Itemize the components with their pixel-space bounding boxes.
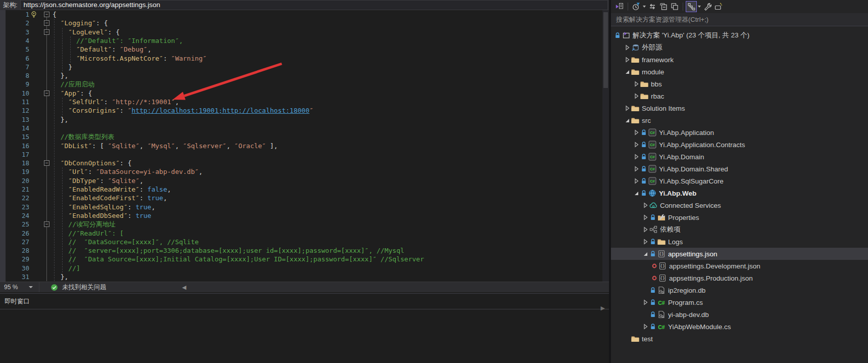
editor-line[interactable]: 19 ″Url″: ″DataSource=yi-abp-dev.db″, [0, 167, 606, 176]
tree-item-yi.abp.application[interactable]: C#Yi.Abp.Application [611, 126, 868, 139]
scroll-left-button[interactable]: ◀ [182, 284, 186, 291]
tree-item-connected-services[interactable]: Connected Services [611, 199, 868, 211]
tree-item-rbac[interactable]: rbac [611, 90, 868, 102]
collapse-arrow-icon[interactable] [632, 153, 640, 161]
vertical-scrollbar[interactable] [602, 10, 609, 282]
tree-item-yi.abp.sqlsugarcore[interactable]: C#Yi.Abp.SqlSugarCore [611, 175, 868, 187]
collapse-arrow-icon[interactable] [641, 213, 649, 221]
editor-line[interactable]: 14 [0, 124, 606, 132]
scroll-right-button[interactable]: ▶ [601, 305, 605, 311]
vertical-scrollbar-thumb[interactable] [603, 12, 608, 88]
editor-line[interactable]: 24 ″EnabledDbSeed″: true [0, 211, 606, 220]
quick-actions-lightbulb-icon[interactable] [30, 11, 38, 19]
editor-line[interactable]: 7 } [0, 63, 606, 71]
editor-line[interactable]: 29 // ″Data Source=[xxxx];Initial Catalo… [0, 255, 606, 263]
editor-line[interactable]: 16 ″DbList″: [ ″Sqlite″, ″Mysql″, ″Sqlse… [0, 142, 606, 150]
collapse-arrow-icon[interactable] [632, 92, 640, 100]
tree-item-solution-items[interactable]: Solution Items [611, 102, 868, 114]
editor-line[interactable]: 28 // ″server=[xxxx];port=3306;database=… [0, 246, 606, 255]
editor-line[interactable]: 31 }, [0, 273, 606, 281]
chevron-down-icon[interactable] [697, 1, 702, 12]
editor-line[interactable]: 25 //读写分离地址 [0, 220, 606, 229]
tree-item-program.cs[interactable]: C#Program.cs [611, 296, 868, 308]
fold-toggle[interactable]: − [44, 221, 49, 227]
tree-item-依赖项[interactable]: 依赖项 [611, 223, 868, 236]
properties-button[interactable] [702, 1, 713, 12]
tree-item-yiabpwebmodule.cs[interactable]: C#YiAbpWebModule.cs [611, 321, 868, 333]
expand-arrow-icon[interactable] [623, 116, 631, 124]
zoom-level-select[interactable]: 95 % [0, 282, 39, 292]
editor-line[interactable]: 9 //应用启动 [0, 80, 606, 88]
fold-toggle[interactable]: − [44, 160, 49, 166]
fold-toggle[interactable]: − [44, 12, 49, 17]
collapse-arrow-icon[interactable] [641, 298, 649, 306]
tree-item-appsettings.development.json[interactable]: {}appsettings.Development.json [611, 260, 868, 272]
tree-item-src[interactable]: src [611, 114, 868, 126]
editor-line[interactable]: 2 ″Logging″: { [0, 19, 606, 27]
tree-item-test[interactable]: test [611, 333, 868, 345]
tree-item-properties[interactable]: Properties [611, 211, 868, 223]
editor-line[interactable]: 1{ [0, 10, 606, 19]
fold-toggle[interactable]: − [44, 29, 49, 35]
tree-item-yi.abp.domain[interactable]: C#Yi.Abp.Domain [611, 151, 868, 163]
expand-arrow-icon[interactable] [641, 250, 649, 258]
editor-line[interactable]: 11 ″SelfUrl″: ″http://*:19001″, [0, 98, 606, 106]
tree-item-logs[interactable]: Logs [611, 236, 868, 248]
preview-selected-items-button[interactable] [713, 1, 724, 12]
pending-changes-filter-button[interactable] [631, 1, 642, 12]
collapse-arrow-icon[interactable] [632, 165, 640, 173]
tree-item-appsettings.json[interactable]: {}appsettings.json [611, 248, 868, 260]
tree-item-yi-abp-dev.db[interactable]: yi-abp-dev.db [611, 308, 868, 321]
editor-line[interactable]: 17 [0, 150, 606, 159]
collapse-arrow-icon[interactable] [641, 225, 649, 234]
editor-line[interactable]: 20 ″DbType″: ″Sqlite″, [0, 176, 606, 185]
tree-item-yi.abp.domain.shared[interactable]: C#Yi.Abp.Domain.Shared [611, 163, 868, 175]
editor-line[interactable]: 15 //数据库类型列表 [0, 132, 606, 141]
collapse-arrow-icon[interactable] [632, 80, 640, 88]
collapse-arrow-icon[interactable] [641, 323, 649, 331]
expand-arrow-icon[interactable] [632, 189, 640, 197]
editor-line[interactable]: 22 ″EnabledCodeFirst″: true, [0, 194, 606, 202]
editor-line[interactable]: 30 //] [0, 264, 606, 273]
collapse-arrow-icon[interactable] [623, 43, 631, 52]
editor-line[interactable]: 27 // ″DataSource=[xxxx]″, //Sqlite [0, 238, 606, 246]
editor-line[interactable]: 21 ″EnabledReadWrite″: false, [0, 185, 606, 194]
tree-item-module[interactable]: module [611, 66, 868, 78]
editor-line[interactable]: 10 ″App″: { [0, 89, 606, 98]
tree-item-解决方案-'yi.abp'-23-个项目-共-23-个-[interactable]: 解决方案 'Yi.Abp' (23 个项目, 共 23 个) [611, 29, 868, 41]
tree-item-appsettings.production.json[interactable]: {}appsettings.Production.json [611, 272, 868, 284]
code-area[interactable]: 1{2 ″Logging″: {3 ″LogLevel″: {4 //″Defa… [0, 10, 609, 282]
editor-line[interactable]: 13 }, [0, 115, 606, 124]
tree-item-bbs[interactable]: bbs [611, 78, 868, 90]
collapse-arrow-icon[interactable] [632, 177, 640, 185]
collapse-arrow-icon[interactable] [641, 238, 649, 246]
collapse-arrow-icon[interactable] [632, 128, 640, 137]
editor-line[interactable]: 23 ″EnabledSqlLog″: true, [0, 203, 606, 211]
show-all-files-button[interactable] [669, 1, 680, 12]
editor-line[interactable]: 5 ″Default″: ″Debug″, [0, 45, 606, 54]
switch-views-button[interactable] [614, 1, 625, 12]
fold-toggle[interactable]: − [44, 20, 49, 26]
collapse-arrow-icon[interactable] [641, 201, 649, 209]
tree-item-外部源[interactable]: 外部源 [611, 41, 868, 54]
editor-line[interactable]: 4 //″Default″: ″Information″, [0, 36, 606, 45]
sync-with-active-document-button[interactable] [647, 1, 658, 12]
collapse-arrow-icon[interactable] [623, 56, 631, 64]
collapse-arrow-icon[interactable] [632, 141, 640, 149]
schema-url-combobox[interactable]: https://json.schemastore.org/appsettings… [20, 0, 608, 10]
fold-toggle[interactable]: − [44, 90, 49, 96]
editor-line[interactable]: 3 ″LogLevel″: { [0, 28, 606, 36]
chevron-down-icon[interactable] [642, 1, 647, 12]
editor-line[interactable]: 6 ″Microsoft.AspNetCore″: ″Warning″ [0, 54, 606, 63]
collapse-arrow-icon[interactable] [623, 104, 631, 112]
tree-item-yi.abp.application.contracts[interactable]: C#Yi.Abp.Application.Contracts [611, 139, 868, 151]
editor-line[interactable]: 18 ″DbConnOptions″: { [0, 159, 606, 167]
expand-arrow-icon[interactable] [623, 68, 631, 76]
tree-item-framework[interactable]: framework [611, 54, 868, 66]
tree-item-ip2region.db[interactable]: ip2region.db [611, 284, 868, 296]
collapse-all-button[interactable] [658, 1, 669, 12]
solution-explorer-search-input[interactable]: 搜索解决方案资源管理器(Ctrl+;) [611, 13, 868, 26]
editor-line[interactable]: 8 }, [0, 71, 606, 80]
tree-item-yi.abp.web[interactable]: Yi.Abp.Web [611, 187, 868, 199]
file-nesting-button[interactable] [686, 1, 697, 12]
